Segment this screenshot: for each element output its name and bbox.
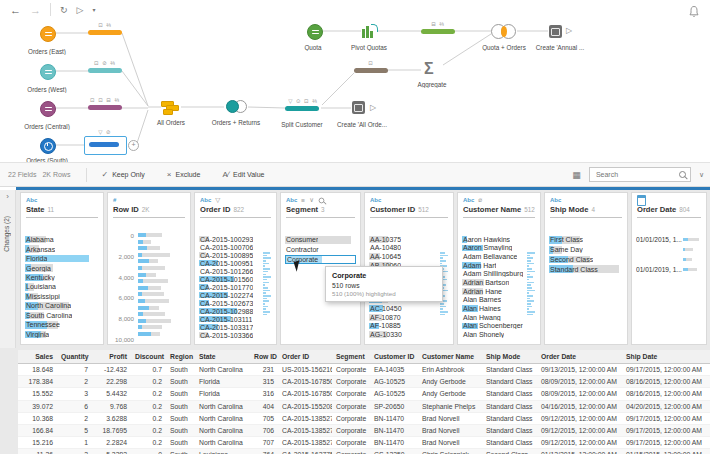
group-icon[interactable]: ⌀ <box>478 196 482 204</box>
value-row[interactable]: Mississippi <box>25 292 99 301</box>
chevron-down-icon[interactable]: ∨ <box>699 171 704 179</box>
flow-node-orders-west[interactable] <box>40 64 56 80</box>
join-icon-orders-returns[interactable] <box>226 100 248 113</box>
keep-only-button[interactable]: ✓ Keep Only <box>101 170 144 179</box>
column-header-customer-name[interactable]: Customer Name <box>418 350 482 364</box>
value-row[interactable]: Kentucky <box>25 273 99 282</box>
value-row[interactable]: CA-2015-103111 <box>199 315 272 323</box>
column-header-state[interactable]: State <box>195 350 250 364</box>
run-output-annual-icon[interactable]: ▷ <box>566 26 572 35</box>
value-row[interactable]: Consumer <box>285 235 356 245</box>
value-row[interactable]: CA-2015-103366 <box>199 331 272 339</box>
flow-step-quota-clean[interactable] <box>421 29 455 34</box>
run-flow-icon[interactable]: ▷ <box>77 5 84 15</box>
value-row[interactable]: Alan Haines <box>462 304 536 313</box>
column-header-quantity[interactable]: Quantity <box>57 350 92 364</box>
output-icon-all-orders[interactable] <box>352 101 365 114</box>
back-icon[interactable]: ← <box>10 4 21 16</box>
flow-step-east-clean[interactable] <box>88 30 122 35</box>
value-row[interactable]: CA-2015-101560 <box>199 275 272 283</box>
exclude-button[interactable]: × Exclude <box>167 170 201 179</box>
aggregate-icon[interactable]: Σ <box>424 60 434 78</box>
profile-card-order-date[interactable]: Order Date80401/01/2015, 1...01/01/2019,… <box>631 192 707 345</box>
value-row[interactable]: Florida <box>25 254 99 263</box>
value-row[interactable]: Adrian Bartson <box>462 278 536 287</box>
value-row[interactable]: Standard Class <box>549 264 623 274</box>
column-header-region[interactable]: Region <box>166 350 195 364</box>
profile-card-row-id[interactable]: #Row ID2K02,0004,0006,0008,00010,000 <box>107 192 191 345</box>
flow-node-orders-south[interactable] <box>40 138 56 154</box>
column-header-customer-id[interactable]: Customer ID <box>370 350 418 364</box>
value-row[interactable]: Alabama <box>25 235 99 244</box>
value-row[interactable]: Second Class <box>549 255 623 265</box>
value-row[interactable]: South Carolina <box>25 311 99 320</box>
value-row[interactable]: Adrian Hane <box>462 287 536 296</box>
edit-value-button[interactable]: A∕ Edit Value <box>222 170 264 179</box>
column-header-order-id[interactable]: Order ID <box>278 350 332 364</box>
value-row[interactable]: Adam Bellavance <box>462 252 536 261</box>
flow-step-south-clean-selected[interactable] <box>84 136 127 155</box>
column-header-profit[interactable]: Profit <box>92 350 131 364</box>
value-row[interactable]: CA-2015-100951 <box>199 259 272 267</box>
join-icon-quota-orders[interactable] <box>491 24 517 39</box>
column-header-segment[interactable]: Segment <box>332 350 370 364</box>
pivot-icon[interactable] <box>362 24 377 38</box>
value-row[interactable]: CA-2015-103317 <box>199 323 272 331</box>
flow-step-central-clean[interactable] <box>88 105 122 110</box>
value-row[interactable]: Virginia <box>25 330 99 339</box>
value-row[interactable]: Same Day <box>549 245 623 255</box>
search-box[interactable] <box>589 167 691 182</box>
flow-node-quota[interactable] <box>307 24 323 40</box>
value-row[interactable]: Tennessee <box>25 320 99 329</box>
column-header-row-id[interactable]: Row ID <box>250 350 278 364</box>
view-toggle-icon[interactable]: ▦ <box>572 170 581 180</box>
changes-panel-collapsed[interactable]: › Changes (2) <box>0 190 16 348</box>
value-row[interactable]: AA-10375 <box>369 235 449 244</box>
value-row[interactable]: AC-10450 <box>369 304 449 313</box>
bell-icon[interactable] <box>688 4 700 22</box>
profile-card-order-id[interactable]: Abc▽Order ID822CA-2015-100293CA-2015-100… <box>194 192 277 345</box>
date-row[interactable]: 01/01/2019, 1... <box>636 265 702 274</box>
value-row[interactable]: CA-2015-100895 <box>199 251 272 259</box>
value-row[interactable]: Georgia <box>25 263 99 272</box>
flow-node-orders-east[interactable] <box>40 26 56 42</box>
value-row[interactable]: Contractor <box>285 245 356 255</box>
flow-node-orders-central[interactable] <box>40 101 56 117</box>
value-row[interactable]: AF-10885 <box>369 322 449 331</box>
value-row[interactable]: CA-2015-100706 <box>199 243 272 251</box>
date-row[interactable]: 01/01/2015, 1... <box>636 235 702 244</box>
value-row[interactable]: Adam Shillingsburg <box>462 270 536 279</box>
column-header-ship-mode[interactable]: Ship Mode <box>482 350 537 364</box>
value-row[interactable]: CA-2015-101770 <box>199 283 272 291</box>
column-header-discount[interactable]: Discount <box>131 350 166 364</box>
search-input[interactable] <box>594 170 679 179</box>
value-row[interactable]: AG-10330 <box>369 330 449 339</box>
column-header-order-date[interactable]: Order Date <box>537 350 622 364</box>
flow-step-aggregate-clean[interactable] <box>354 68 388 73</box>
run-output-all-icon[interactable]: ▷ <box>370 103 376 112</box>
value-row[interactable]: Alan Shonely <box>462 330 536 339</box>
run-caret-icon[interactable]: ▾ <box>92 6 95 13</box>
value-row[interactable]: Louisiana <box>25 282 99 291</box>
value-row[interactable]: Alan Barnes <box>462 296 536 305</box>
sort-icon[interactable]: ≡ <box>301 197 305 204</box>
dropdown-icon[interactable]: ∨ <box>309 196 314 204</box>
date-row[interactable] <box>636 245 702 254</box>
value-row[interactable]: AA-10480 <box>369 244 449 253</box>
date-row[interactable] <box>636 255 702 264</box>
value-row[interactable]: Aaron Hawkins <box>462 235 536 244</box>
profile-card-state[interactable]: AbcState11AlabamaArkansasFloridaGeorgiaK… <box>20 192 104 345</box>
value-row[interactable]: Alan Schoenberger <box>462 322 536 331</box>
value-row[interactable]: CA-2015-101266 <box>199 267 272 275</box>
add-step-icon[interactable]: + <box>128 140 139 151</box>
value-row[interactable]: AA-10645 <box>369 252 449 261</box>
filter-icon[interactable]: ▽ <box>215 196 220 204</box>
profile-card-ship-mode[interactable]: AbcShip Mode4First ClassSame DaySecond C… <box>544 192 628 345</box>
value-row[interactable]: CA-2015-100293 <box>199 235 272 243</box>
flow-step-west-clean[interactable] <box>88 68 122 73</box>
union-icon[interactable] <box>161 100 181 114</box>
value-row[interactable]: Aaron Smayling <box>462 244 536 253</box>
output-icon-annual[interactable] <box>549 25 562 38</box>
flow-step-split-customer[interactable] <box>285 106 319 111</box>
expand-chevron-icon[interactable]: › <box>0 192 15 201</box>
